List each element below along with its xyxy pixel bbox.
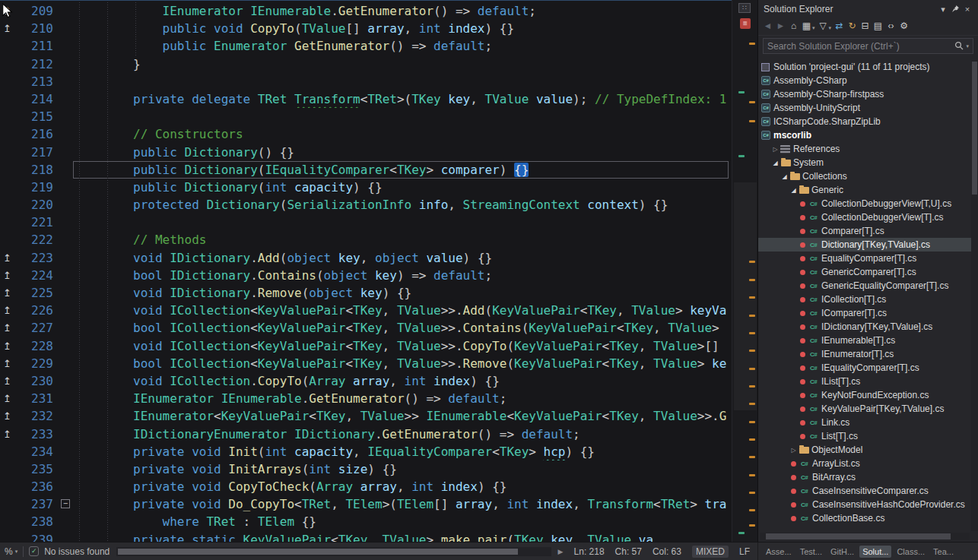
inheritance-margin-icon[interactable]: ↥ (0, 390, 23, 407)
zoom-control[interactable]: % ▾ (5, 546, 17, 557)
code-line-225[interactable]: ↥225 void IDictionary.Remove(object key)… (0, 284, 732, 302)
filter-icon[interactable]: ▽ (817, 18, 830, 33)
code-line-212[interactable]: 212 } (0, 55, 732, 73)
switch-views-icon[interactable]: ▦ (800, 18, 813, 33)
tree-item-keynotfoundexception-cs[interactable]: C#KeyNotFoundException.cs (758, 388, 971, 402)
tree-item-icollection-t-cs[interactable]: C#ICollection[T].cs (758, 293, 971, 306)
fold-collapse-icon[interactable]: − (61, 499, 70, 508)
tree-item-assembly-unityscript[interactable]: C#Assembly-UnityScript (758, 101, 971, 115)
code-line-233[interactable]: ↥233 IDictionaryEnumerator IDictionary.G… (0, 426, 732, 443)
inheritance-margin-icon[interactable]: ↥ (0, 426, 23, 443)
code-line-209[interactable]: ↥209 IEnumerator IEnumerable.GetEnumerat… (0, 2, 732, 20)
tree-item-mscorlib[interactable]: C#mscorlib (758, 128, 971, 142)
tool-window-tab-solut[interactable]: Solut... (859, 546, 891, 558)
tree-item-genericcomparer-t-cs[interactable]: C#GenericComparer[T].cs (758, 265, 971, 279)
refresh-icon[interactable]: ↻ (846, 18, 859, 33)
code-text[interactable]: IEnumerator IEnumerable.GetEnumerator() … (75, 390, 732, 407)
column-indicator[interactable]: Col: 63 (653, 546, 681, 557)
document-health-error-icon[interactable]: ≡ (740, 18, 751, 29)
code-line-230[interactable]: ↥230 void ICollection.CopyTo(Array array… (0, 372, 732, 390)
collapse-all-icon[interactable]: ⊟ (859, 18, 872, 33)
tree-item-caseinsensitivecomparer-cs[interactable]: C#CaseInsensitiveComparer.cs (758, 484, 971, 498)
code-line-239[interactable]: 239 private static KeyValuePair<TKey, TV… (0, 531, 732, 542)
code-line-226[interactable]: ↥226 void ICollection<KeyValuePair<TKey,… (0, 302, 732, 319)
line-indicator[interactable]: Ln: 218 (574, 546, 605, 557)
tree-vertical-scrollbar[interactable] (971, 60, 978, 531)
tree-item-objectmodel[interactable]: ▷ObjectModel (758, 443, 971, 457)
code-text[interactable]: public void CopyTo(TValue[] array, int i… (75, 20, 732, 37)
line-ending-mixed-indicator[interactable]: MIXED (692, 546, 729, 558)
code-text[interactable]: void ICollection<KeyValuePair<TKey, TVal… (75, 302, 732, 319)
editor-horizontal-scrollbar[interactable] (116, 547, 551, 556)
tool-window-tab-tea[interactable]: Tea... (930, 546, 957, 558)
show-all-files-icon[interactable]: ▤ (872, 18, 884, 33)
tree-item-icomparer-t-cs[interactable]: C#IComparer[T].cs (758, 306, 971, 320)
inheritance-margin-icon[interactable]: ↥ (0, 319, 23, 337)
code-text[interactable]: where TRet : TElem {} (75, 513, 732, 530)
code-line-219[interactable]: 219 public Dictionary(int capacity) {} (0, 179, 732, 196)
inheritance-margin-icon[interactable]: ↥ (0, 302, 23, 319)
tool-window-tab-class[interactable]: Class... (894, 546, 928, 558)
code-text[interactable]: IEnumerator IEnumerable.GetEnumerator() … (75, 2, 732, 20)
code-text[interactable] (75, 214, 732, 231)
editor-vertical-scrollbar[interactable]: ∷ ≡ (732, 0, 757, 542)
code-text[interactable]: IEnumerator<KeyValuePair<TKey, TValue>> … (75, 407, 732, 425)
code-line-231[interactable]: ↥231 IEnumerator IEnumerable.GetEnumerat… (0, 390, 732, 407)
tree-item-assembly-csharp-firstpass[interactable]: C#Assembly-CSharp-firstpass (758, 87, 971, 101)
code-text[interactable]: // Methods (75, 231, 732, 248)
search-box[interactable]: ▾ (763, 38, 973, 54)
tree-collapsed-arrow-icon[interactable]: ▷ (770, 146, 780, 153)
code-text[interactable]: } (75, 55, 732, 73)
code-line-228[interactable]: ↥228 void ICollection<KeyValuePair<TKey,… (0, 337, 732, 355)
code-line-238[interactable]: 238 where TRet : TElem {} (0, 513, 732, 530)
code-line-220[interactable]: 220 protected Dictionary(SerializationIn… (0, 196, 732, 214)
inheritance-margin-icon[interactable]: ↥ (0, 20, 23, 37)
scrollbar-thumb[interactable] (766, 533, 951, 539)
code-line-215[interactable]: 215 (0, 108, 732, 125)
code-line-224[interactable]: ↥224 bool IDictionary.Contains(object ke… (0, 267, 732, 284)
editor-split-handle[interactable]: ∷ (738, 3, 751, 13)
tree-item-references[interactable]: ▷References (758, 142, 971, 156)
code-text[interactable]: private void InitArrays(int size) {} (75, 460, 732, 478)
properties-icon[interactable]: ⚙ (897, 18, 910, 33)
code-line-234[interactable]: 234 private void Init(int capacity, IEqu… (0, 443, 732, 460)
tree-item-collectiondebuggerview-t-u-cs[interactable]: C#CollectionDebuggerView[T,U].cs (758, 197, 971, 210)
code-area[interactable]: ↥209 IEnumerator IEnumerable.GetEnumerat… (0, 2, 732, 542)
forward-icon[interactable]: ► (774, 18, 787, 33)
code-text[interactable]: protected Dictionary(SerializationInfo i… (75, 196, 732, 214)
tree-item-ienumerable-t-cs[interactable]: C#IEnumerable[T].cs (758, 334, 971, 347)
code-text[interactable]: bool ICollection<KeyValuePair<TKey, TVal… (75, 319, 732, 337)
code-line-237[interactable]: 237− private void Do_CopyTo<TRet, TElem>… (0, 495, 732, 513)
tool-window-tab-asse[interactable]: Asse... (763, 546, 795, 558)
code-text[interactable]: void IDictionary.Add(object key, object … (75, 249, 732, 267)
code-text[interactable] (75, 73, 732, 90)
tree-item-icsharpcode-sharpziplib[interactable]: C#ICSharpCode.SharpZipLib (758, 115, 971, 128)
code-text[interactable]: private void Do_CopyTo<TRet, TElem>(TEle… (75, 495, 732, 513)
eol-indicator[interactable]: LF (739, 546, 750, 557)
tree-horizontal-scrollbar[interactable] (760, 533, 970, 540)
tree-item-solution-project-gui-11-of-11-projects-[interactable]: Solution 'project-gui' (11 of 11 project… (758, 60, 971, 74)
tree-item-caseinsensitivehashcodeprovider-cs[interactable]: C#CaseInsensitiveHashCodeProvider.cs (758, 498, 971, 511)
inheritance-margin-icon[interactable]: ↥ (0, 355, 23, 372)
search-icon[interactable] (954, 40, 964, 53)
tree-item-equalitycomparer-t-cs[interactable]: C#EqualityComparer[T].cs (758, 252, 971, 265)
tree-item-keyvaluepair-tkey-tvalue-cs[interactable]: C#KeyValuePair[TKey,TValue].cs (758, 402, 971, 416)
tree-item-idictionary-tkey-tvalue-cs[interactable]: C#IDictionary[TKey,TValue].cs (758, 320, 971, 334)
code-text[interactable]: private delegate TRet Transform<TRet>(TK… (75, 90, 732, 108)
scrollbar-thumb[interactable] (118, 549, 518, 555)
code-text[interactable]: public Dictionary() {} (75, 144, 732, 161)
sync-with-active-document-icon[interactable]: ⇄ (833, 18, 846, 33)
code-text[interactable]: private void Init(int capacity, IEqualit… (75, 443, 732, 460)
tool-window-tab-gith[interactable]: GitH... (827, 546, 857, 558)
document-health-icon[interactable]: ✓ (29, 546, 39, 556)
tree-item-comparer-t-cs[interactable]: C#Comparer[T].cs (758, 224, 971, 238)
tree-item-system[interactable]: ◢System (758, 156, 971, 169)
tree-item-iequalitycomparer-t-cs[interactable]: C#IEqualityComparer[T].cs (758, 361, 971, 375)
character-indicator[interactable]: Ch: 57 (615, 546, 642, 557)
tree-item-collectionbase-cs[interactable]: C#CollectionBase.cs (758, 511, 971, 525)
code-text[interactable]: bool IDictionary.Contains(object key) =>… (75, 267, 732, 284)
inheritance-margin-icon[interactable]: ↥ (0, 407, 23, 425)
inheritance-margin-icon[interactable]: ↥ (0, 267, 23, 284)
code-line-221[interactable]: 221 (0, 214, 732, 231)
code-text[interactable]: private void CopyToCheck(Array array, in… (75, 478, 732, 495)
